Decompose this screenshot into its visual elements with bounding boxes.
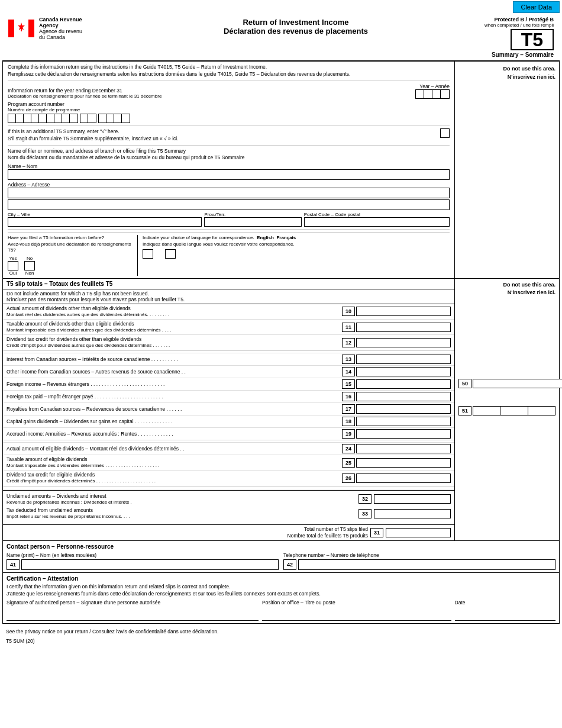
line-item-24: Actual amount of eligible dividends – Mo…	[3, 443, 454, 455]
line-item-18: Capital gains dividends – Dividendes sur…	[3, 415, 454, 428]
slip-totals-instructions: Do not include amounts for which a T5 sl…	[3, 289, 454, 304]
additional-t5-label: If this is an additional T5 Summary, ent…	[8, 128, 437, 143]
year-input[interactable]	[415, 89, 450, 99]
name-label: Name – Nom	[8, 163, 450, 169]
line-item-12: Dividend tax credit for dividends other …	[3, 335, 454, 350]
line-32-input[interactable]	[374, 494, 451, 504]
line-15-input[interactable]	[356, 379, 451, 389]
slip-totals-lines: Actual amount of dividends other than el…	[3, 304, 455, 540]
line-item-26: Dividend tax credit for eligible dividen…	[3, 471, 454, 486]
right-col-top: Do not use this area. N'inscrivez rien i…	[455, 62, 559, 278]
address-label: Address – Adresse	[8, 182, 450, 188]
line-item-25: Taxable amount of eligible dividends Mon…	[3, 455, 454, 471]
year-field: Year – Année	[415, 83, 450, 99]
city-input[interactable]	[8, 217, 202, 227]
footer-privacy: See the privacy notice on your return / …	[0, 626, 562, 637]
line-item-19: Accrued income: Annuities – Revenus accu…	[3, 428, 454, 440]
t5-label: T5	[511, 29, 554, 50]
line-item-17: Royalties from Canadian sources – Redeva…	[3, 403, 454, 415]
line-item-13: Interest from Canadian sources – Intérêt…	[3, 353, 454, 366]
slip-totals-header: T5 slip totals – Totaux des feuillets T5	[3, 279, 454, 289]
line-31-input[interactable]	[386, 528, 451, 537]
yes-checkbox[interactable]	[8, 261, 18, 270]
contact-name-input[interactable]	[21, 559, 279, 570]
contact-section: Contact person – Personne-ressource Name…	[2, 541, 560, 573]
date-field[interactable]	[455, 607, 555, 621]
no-checkbox[interactable]	[24, 261, 35, 270]
line-item-11: Taxable amount of dividends other than e…	[3, 320, 454, 335]
instructions-text: Complete this information return using t…	[8, 64, 450, 81]
line-10-input[interactable]	[356, 307, 451, 316]
name-input[interactable]	[8, 169, 450, 180]
position-field[interactable]	[262, 607, 451, 621]
header-right: Protected B / Protégé B when completed /…	[453, 17, 554, 58]
form-title: Return of Investment Income Déclaration …	[138, 17, 453, 37]
postal-label: Postal Code – Code postal	[304, 212, 450, 217]
line-14-input[interactable]	[356, 367, 451, 376]
line-24-input[interactable]	[356, 444, 451, 453]
prov-input[interactable]	[204, 217, 301, 227]
footer-form-code: T5 SUM (20)	[0, 637, 562, 648]
logo-area: Canada Revenue Agency Agence du revenu d…	[8, 17, 138, 40]
line-17-input[interactable]	[356, 404, 451, 414]
signature-field[interactable]	[7, 607, 259, 621]
svg-rect-2	[28, 20, 34, 37]
canada-flag-icon	[8, 20, 34, 37]
french-checkbox[interactable]	[165, 249, 176, 259]
line-33-input[interactable]	[374, 509, 451, 518]
no-option: No Non	[24, 256, 35, 276]
date-label: Date	[455, 600, 555, 605]
address-input-2[interactable]	[8, 199, 450, 210]
line-12-input[interactable]	[356, 338, 451, 347]
prov-label: Prov./Terr.	[204, 212, 301, 217]
slip-totals-right-header: Do not use this area. N'inscrivez rien i…	[455, 279, 559, 304]
line-50-input[interactable]	[473, 379, 562, 388]
svg-rect-0	[8, 20, 14, 37]
line-25-input[interactable]	[356, 458, 451, 468]
sig-label: Signature of authorized person – Signatu…	[7, 600, 259, 605]
clear-data-button[interactable]: Clear Data	[513, 1, 560, 13]
line-11-input[interactable]	[356, 323, 451, 332]
agency-name: Canada Revenue Agency Agence du revenu d…	[39, 17, 82, 40]
line-18-input[interactable]	[356, 417, 451, 426]
yn-question: Have you filed a T5 information return b…	[8, 235, 134, 253]
line-13-input[interactable]	[356, 355, 451, 364]
line-16-input[interactable]	[356, 392, 451, 401]
postal-input[interactable]	[304, 217, 450, 227]
yes-option: Yes Oui	[8, 256, 18, 276]
additional-t5-checkbox[interactable]	[440, 128, 450, 138]
title-fr: Déclaration des revenus de placements	[144, 27, 447, 36]
year-label: Information return for the year ending D…	[8, 88, 415, 99]
slip-totals-right: 50 51	[455, 304, 559, 540]
program-account-section: Program account number Numéro de compte …	[8, 101, 450, 126]
line-19-input[interactable]	[356, 429, 451, 439]
english-checkbox[interactable]	[143, 249, 153, 259]
city-label: City – Ville	[8, 212, 202, 217]
program-account-input[interactable]	[8, 114, 450, 123]
line-26-input[interactable]	[356, 473, 451, 483]
line-item-10: Actual amount of dividends other than el…	[3, 304, 454, 320]
certification-section: Certification – Attestation I certify th…	[2, 573, 560, 624]
position-label: Position or office – Titre ou poste	[262, 600, 451, 605]
name-section-heading: Name of filer or nominee, and address of…	[8, 148, 450, 162]
lang-question: Indicate your choice of language for cor…	[143, 235, 450, 247]
unclaimed-section: Unclaimed amounts – Dividends and intere…	[3, 490, 454, 524]
line-item-15: Foreign income – Revenus étrangers . . .…	[3, 378, 454, 391]
contact-phone-input[interactable]	[298, 559, 555, 570]
line-item-16: Foreign tax paid – Impôt étranger payé .…	[3, 391, 454, 403]
line-item-14: Other income from Canadian sources – Aut…	[3, 366, 454, 378]
svg-rect-4	[21, 28, 22, 31]
total-row: Total number of T5 slips filed Nombre to…	[3, 524, 454, 540]
title-en: Return of Investment Income	[144, 18, 447, 27]
address-input-1[interactable]	[8, 188, 450, 198]
